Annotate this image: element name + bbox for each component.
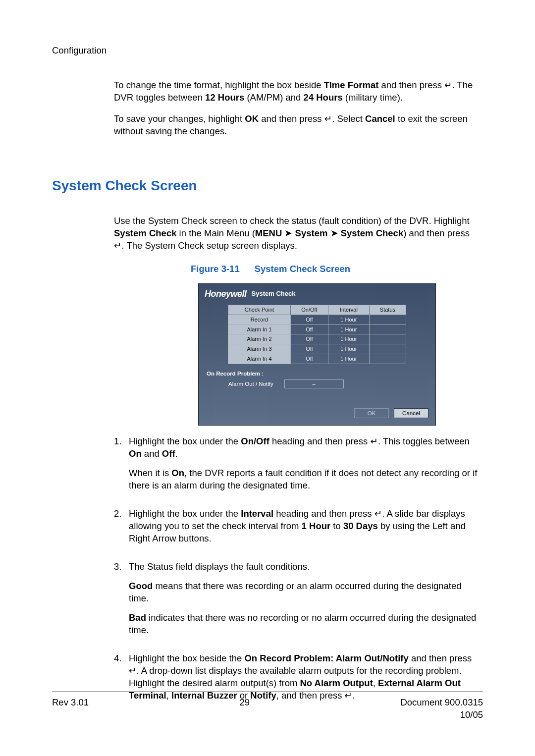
bold-text: On/Off bbox=[241, 436, 269, 446]
check-point-cell: Record bbox=[228, 315, 291, 324]
arrow-icon: ➤ bbox=[284, 228, 292, 238]
bold-text: 30 Days bbox=[343, 521, 378, 531]
interval-cell[interactable]: 1 Hour bbox=[328, 315, 369, 324]
text: means that there was recording or an ala… bbox=[129, 581, 461, 603]
text: . Select bbox=[332, 113, 365, 124]
step-body: Highlight the box under the Interval hea… bbox=[129, 508, 481, 552]
step-text: Highlight the box under the On/Off headi… bbox=[129, 435, 481, 460]
status-cell bbox=[369, 315, 406, 324]
figure-title: System Check Screen bbox=[255, 264, 350, 274]
status-cell bbox=[369, 354, 406, 364]
bold-text: Good bbox=[129, 581, 153, 591]
status-cell bbox=[369, 334, 406, 344]
enter-icon: ↵ bbox=[114, 240, 122, 251]
bold-text: No Alarm Output bbox=[300, 678, 373, 688]
column-header: On/Off bbox=[290, 305, 328, 315]
figure-caption: Figure 3-11System Check Screen bbox=[191, 263, 481, 275]
table-row: Alarm In 4Off1 Hour bbox=[228, 354, 406, 364]
bold-text: 1 Hour bbox=[302, 521, 331, 531]
list-item: 2.Highlight the box under the Interval h… bbox=[114, 508, 481, 552]
bold-text: On bbox=[129, 448, 142, 459]
interval-cell[interactable]: 1 Hour bbox=[328, 324, 369, 334]
cancel-bold: Cancel bbox=[365, 113, 395, 124]
twenty-four-hours-bold: 24 Hours bbox=[304, 92, 343, 103]
enter-icon: ↵ bbox=[324, 113, 332, 124]
onoff-cell[interactable]: Off bbox=[290, 324, 328, 334]
text: . bbox=[175, 448, 178, 459]
window-title: System Check bbox=[252, 289, 296, 298]
column-header: Status bbox=[369, 305, 406, 315]
text: Use the System Check screen to check the… bbox=[114, 216, 470, 226]
column-header: Interval bbox=[328, 305, 369, 315]
onoff-cell[interactable]: Off bbox=[290, 354, 328, 364]
bold-text: On Record Problem: Alarm Out/Notify bbox=[244, 653, 408, 663]
footer-page-number: 29 bbox=[239, 697, 250, 721]
enter-icon: ↵ bbox=[129, 665, 137, 676]
text: To change the time format, highlight the… bbox=[114, 80, 324, 90]
twelve-hours-bold: 12 Hours bbox=[205, 92, 244, 103]
table-row: Alarm In 1Off1 Hour bbox=[228, 324, 406, 334]
time-format-bold: Time Format bbox=[324, 80, 379, 90]
on-record-problem-label: On Record Problem : bbox=[207, 370, 435, 378]
text: heading and then press bbox=[273, 508, 374, 519]
step-text: Bad indicates that there was no recordin… bbox=[129, 612, 481, 637]
text: (military time). bbox=[343, 92, 403, 103]
system-check-table: Check PointOn/OffIntervalStatus RecordOf… bbox=[228, 305, 406, 364]
bold-text: Bad bbox=[129, 612, 146, 623]
system-check-screenshot: Honeywell System Check Check PointOn/Off… bbox=[198, 283, 436, 426]
cancel-button[interactable]: Cancel bbox=[394, 408, 428, 418]
enter-icon: ↵ bbox=[444, 80, 452, 90]
step-text: Highlight the box under the Interval hea… bbox=[129, 508, 481, 545]
text: and then press bbox=[259, 113, 324, 124]
intro-paragraph-1: To change the time format, highlight the… bbox=[114, 79, 481, 104]
intro-paragraph-2: To save your changes, highlight OK and t… bbox=[114, 113, 481, 138]
interval-cell[interactable]: 1 Hour bbox=[328, 354, 369, 364]
footer-rev: Rev 3.01 bbox=[52, 697, 89, 721]
section-heading: System Check Screen bbox=[52, 176, 483, 195]
step-number: 1. bbox=[114, 435, 129, 499]
onoff-cell[interactable]: Off bbox=[290, 334, 328, 344]
text: Highlight the box under the bbox=[129, 508, 241, 519]
table-row: RecordOff1 Hour bbox=[228, 315, 406, 324]
bold-text: Interval bbox=[241, 508, 273, 519]
bold-text: Off bbox=[162, 448, 175, 459]
page-header: Configuration bbox=[52, 45, 483, 57]
step-text: When it is On, the DVR reports a fault c… bbox=[129, 467, 481, 492]
page-footer: Rev 3.01 29 Document 900.0315 10/05 bbox=[52, 697, 483, 721]
figure-label: Figure 3-11 bbox=[191, 264, 240, 274]
check-point-cell: Alarm In 2 bbox=[228, 334, 291, 344]
text: . This toggles between bbox=[378, 436, 470, 446]
table-row: Alarm In 3Off1 Hour bbox=[228, 344, 406, 354]
enter-icon: ↵ bbox=[374, 508, 382, 519]
step-text: Good means that there was recording or a… bbox=[129, 580, 481, 605]
system-check-bold: System Check bbox=[114, 228, 176, 238]
interval-cell[interactable]: 1 Hour bbox=[328, 334, 369, 344]
interval-cell[interactable]: 1 Hour bbox=[328, 344, 369, 354]
text: in the Main Menu ( bbox=[176, 228, 255, 238]
text: When it is bbox=[129, 468, 171, 478]
text: and then press bbox=[378, 80, 444, 90]
text: , bbox=[373, 678, 378, 688]
step-number: 2. bbox=[114, 508, 129, 552]
enter-icon: ↵ bbox=[370, 436, 378, 446]
honeywell-logo: Honeywell bbox=[205, 288, 247, 300]
ok-button[interactable]: OK bbox=[354, 408, 389, 418]
menu-bold: MENU bbox=[255, 228, 282, 238]
system-check-bold: System Check bbox=[341, 228, 403, 238]
text: and bbox=[142, 448, 162, 459]
status-cell bbox=[369, 324, 406, 334]
alarm-out-notify-label: Alarm Out / Notify bbox=[228, 380, 273, 388]
step-number: 3. bbox=[114, 561, 129, 644]
arrow-icon: ➤ bbox=[330, 228, 338, 238]
text: The Status field displays the fault cond… bbox=[129, 561, 310, 572]
footer-rule bbox=[52, 692, 483, 692]
text: and then press bbox=[409, 653, 472, 663]
list-item: 1.Highlight the box under the On/Off hea… bbox=[114, 435, 481, 499]
text: indicates that there was no recording or… bbox=[129, 612, 476, 635]
status-cell bbox=[369, 344, 406, 354]
step-text: Highlight the box beside the On Record P… bbox=[129, 652, 481, 702]
text: ) and then press bbox=[403, 228, 470, 238]
onoff-cell[interactable]: Off bbox=[290, 315, 328, 324]
alarm-out-notify-value[interactable]: – bbox=[284, 379, 344, 388]
onoff-cell[interactable]: Off bbox=[290, 344, 328, 354]
